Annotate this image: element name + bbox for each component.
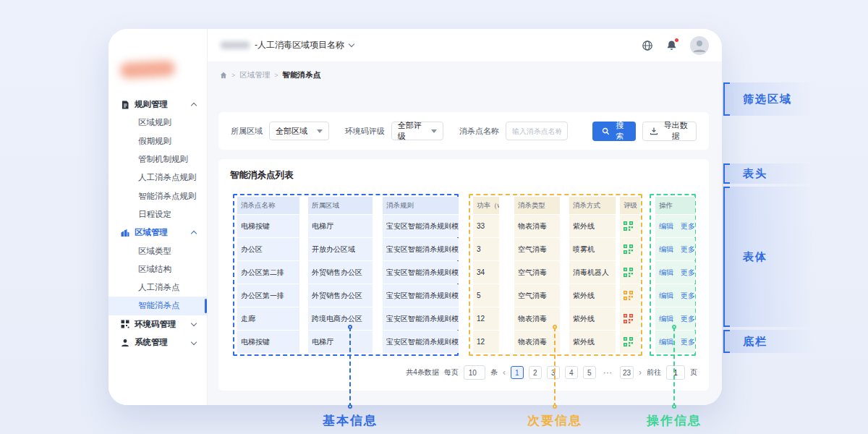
sidebar-item-规则管理[interactable]: 规则管理 xyxy=(109,95,207,114)
next-page-button[interactable]: › xyxy=(639,367,642,378)
more-link[interactable]: 更多 xyxy=(681,291,695,301)
table-column-actions: 操作编辑更多编辑更多编辑更多编辑更多编辑更多编辑更多 xyxy=(655,197,695,353)
document-icon xyxy=(121,101,129,109)
table-title: 智能消杀点列表 xyxy=(230,169,294,182)
chevron-up-icon xyxy=(191,103,197,109)
qr-rating-icon xyxy=(624,268,633,277)
avatar[interactable] xyxy=(690,36,709,55)
table-cell-rule: 宝安区智能消杀规则模板 xyxy=(383,261,459,284)
more-link[interactable]: 更多 xyxy=(681,244,695,255)
name-filter-input[interactable] xyxy=(506,122,568,140)
pagination: 共4条数据 每页 10 条 ‹ 12345···23 › 前往 页 xyxy=(406,365,697,380)
sidebar-item-区域规则[interactable]: 区域规则 xyxy=(109,114,207,132)
annotation-box-blue: 消杀点名称电梯按键办公区办公区第二排办公区第一排走廊电梯按键所属区域电梯厅开放办… xyxy=(233,194,459,356)
export-button[interactable]: 导出数据 xyxy=(642,122,697,141)
column-header-rating: 评级 xyxy=(620,197,640,214)
home-icon[interactable] xyxy=(220,72,227,79)
table-cell-rule: 宝安区智能消杀规则模板 xyxy=(383,284,459,307)
table-cell-name: 走廊 xyxy=(237,307,299,330)
sidebar-item-人工消杀点规则[interactable]: 人工消杀点规则 xyxy=(109,169,207,187)
table-cell-type: 空气消毒 xyxy=(514,261,560,284)
bracket-icon xyxy=(723,330,730,353)
goto-page-input[interactable] xyxy=(666,365,685,380)
rating-filter-label: 环境码评级 xyxy=(345,126,385,137)
page-button-2[interactable]: 2 xyxy=(529,366,542,379)
page-button-4[interactable]: 4 xyxy=(565,366,578,379)
table-cell-type: 空气消毒 xyxy=(514,284,560,307)
sidebar-item-智能消杀点[interactable]: 智能消杀点 xyxy=(109,297,207,315)
table-cell-type: 物表消毒 xyxy=(514,215,560,237)
page-button-5[interactable]: 5 xyxy=(583,366,596,379)
bracket-icon xyxy=(723,82,730,116)
sidebar-item-区域类型[interactable]: 区域类型 xyxy=(109,242,207,260)
name-filter-label: 消杀点名称 xyxy=(459,126,499,137)
redacted-logo xyxy=(119,60,175,79)
chevron-down-icon xyxy=(191,320,197,326)
more-link[interactable]: 更多 xyxy=(681,337,695,347)
table-cell-method: 紫外线 xyxy=(569,307,616,330)
table-cell-actions: 编辑更多 xyxy=(655,215,695,237)
edit-link[interactable]: 编辑 xyxy=(659,244,673,255)
region-select[interactable]: 全部区域 xyxy=(269,122,329,140)
page-buttons: 12345···23 xyxy=(511,366,634,379)
goto-suffix: 页 xyxy=(690,367,697,378)
table-cell-area: 外贸销售办公区 xyxy=(308,261,373,284)
breadcrumb: >区域管理>智能消杀点 xyxy=(220,70,320,80)
table-cell-method: 紫外线 xyxy=(569,331,616,353)
annotation-dot xyxy=(348,404,352,409)
page-button-1[interactable]: 1 xyxy=(511,366,524,379)
sidebar-item-智能消杀点规则[interactable]: 智能消杀点规则 xyxy=(109,187,207,205)
edit-link[interactable]: 编辑 xyxy=(659,337,673,347)
per-page-select[interactable]: 10 xyxy=(464,365,485,380)
annotation-label-基本信息: 基本信息 xyxy=(323,412,378,429)
page-button-23[interactable]: 23 xyxy=(620,366,634,379)
edit-link[interactable]: 编辑 xyxy=(659,268,673,278)
page-button-3[interactable]: 3 xyxy=(547,366,560,379)
project-selector[interactable]: -人工消毒区域项目名称 xyxy=(221,39,354,51)
table-column-power: 功率（w）3333451212 xyxy=(473,197,499,353)
table-cell-name: 办公区第二排 xyxy=(237,261,299,284)
breadcrumb-separator: > xyxy=(274,72,278,79)
project-title-text: -人工消毒区域项目名称 xyxy=(255,39,344,51)
edit-link[interactable]: 编辑 xyxy=(659,221,673,231)
table-cell-area: 电梯厅 xyxy=(308,331,373,353)
table-cell-method: 喷雾机 xyxy=(569,238,616,260)
table-cell-actions: 编辑更多 xyxy=(655,261,695,284)
edit-link[interactable]: 编辑 xyxy=(659,314,673,324)
sidebar-item-日程设定[interactable]: 日程设定 xyxy=(109,205,207,224)
more-link[interactable]: 更多 xyxy=(681,221,695,231)
sidebar-item-系统管理[interactable]: 系统管理 xyxy=(109,333,207,352)
rating-select[interactable]: 全部评级 xyxy=(391,122,443,140)
breadcrumb-item-区域管理[interactable]: 区域管理 xyxy=(239,70,270,80)
search-button[interactable]: 搜索 xyxy=(592,122,636,141)
column-header-method: 消杀方式 xyxy=(569,197,616,214)
sidebar-item-环境码管理[interactable]: 环境码管理 xyxy=(109,315,207,333)
globe-icon[interactable] xyxy=(642,40,653,51)
sidebar-item-区域管理[interactable]: 区域管理 xyxy=(109,224,207,242)
qr-rating-icon xyxy=(624,291,633,300)
more-link[interactable]: 更多 xyxy=(681,314,695,324)
page: 规则管理区域规则假期规则管制机制规则人工消杀点规则智能消杀点规则日程设定区域管理… xyxy=(0,0,868,434)
table-cell-rating xyxy=(620,331,640,353)
column-header-area: 所属区域 xyxy=(308,197,373,214)
more-link[interactable]: 更多 xyxy=(681,268,695,278)
table-cell-name: 电梯按键 xyxy=(237,215,299,237)
annotation-connector-line xyxy=(349,327,351,407)
edit-link[interactable]: 编辑 xyxy=(659,291,673,301)
annotation-表体: 表体 xyxy=(723,187,813,327)
sidebar-item-区域结构[interactable]: 区域结构 xyxy=(109,260,207,278)
sidebar-item-假期规则[interactable]: 假期规则 xyxy=(109,132,207,150)
table-cell-rating xyxy=(620,215,640,237)
bell-icon[interactable] xyxy=(666,40,677,51)
qr-rating-icon xyxy=(624,244,633,254)
table-cell-power: 33 xyxy=(473,215,499,237)
sidebar-item-管制机制规则[interactable]: 管制机制规则 xyxy=(109,150,207,169)
table-cell-rating xyxy=(620,261,640,284)
table-cell-power: 3 xyxy=(473,238,499,260)
column-header-type: 消杀类型 xyxy=(514,197,560,214)
sidebar-item-人工消杀点[interactable]: 人工消杀点 xyxy=(109,278,207,297)
table-cell-rating xyxy=(620,238,640,260)
table-cell-actions: 编辑更多 xyxy=(655,238,695,260)
prev-page-button[interactable]: ‹ xyxy=(503,367,506,378)
table-cell-actions: 编辑更多 xyxy=(655,331,695,353)
